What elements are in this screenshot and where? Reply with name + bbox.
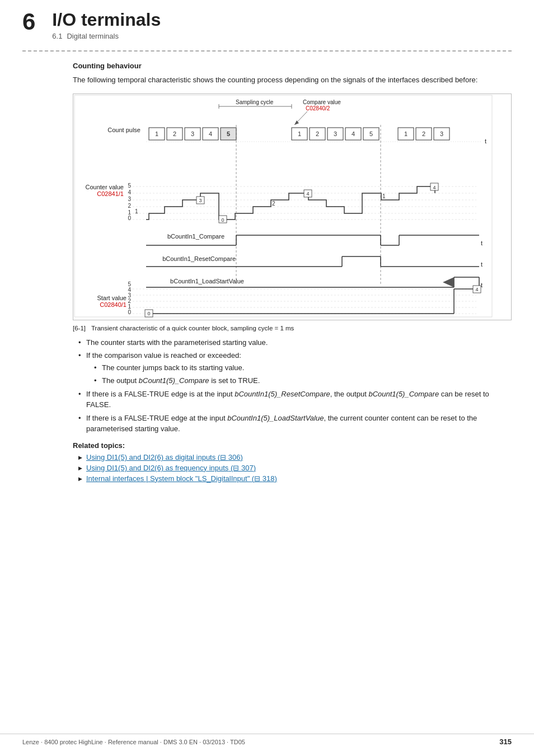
svg-text:2: 2: [316, 130, 319, 137]
svg-text:5: 5: [128, 281, 131, 287]
chapter-title: I/O terminals: [52, 10, 161, 30]
svg-text:4: 4: [352, 130, 355, 137]
svg-text:1: 1: [155, 130, 158, 137]
svg-text:3: 3: [191, 130, 194, 137]
timing-diagram: Count pulse Counter value C02841/1 bCoun…: [73, 94, 493, 318]
svg-text:2: 2: [422, 130, 425, 137]
svg-text:t: t: [481, 261, 483, 268]
svg-text:4: 4: [128, 189, 131, 195]
related-item-2[interactable]: Using DI1(5) and DI2(6) as frequency inp…: [78, 464, 512, 472]
related-link-2[interactable]: Using DI1(5) and DI2(6) as frequency inp…: [86, 464, 256, 472]
footer-text: Lenze · 8400 protec HighLine · Reference…: [22, 739, 245, 745]
sub-bullet-item-2: The output bCount1(5)_Compare is set to …: [94, 375, 512, 386]
svg-text:1: 1: [404, 130, 407, 137]
page-ref-3: (⊟ 318): [252, 474, 277, 483]
diagram-caption: [6-1] Transient characteristic of a quic…: [73, 325, 512, 332]
svg-text:5: 5: [227, 130, 230, 137]
svg-text:5: 5: [128, 183, 131, 189]
svg-text:Sampling cycle: Sampling cycle: [236, 99, 274, 105]
page-ref-1: (⊟ 306): [218, 453, 243, 461]
svg-text:bCountIn1_Compare: bCountIn1_Compare: [167, 233, 224, 240]
bullet-item-1: The counter starts with the parameterise…: [78, 337, 512, 348]
bullet-item-3: If there is a FALSE-TRUE edge is at the …: [78, 389, 512, 410]
svg-text:2: 2: [128, 203, 131, 209]
svg-text:0: 0: [128, 309, 131, 315]
page-ref-2: (⊟ 307): [231, 464, 256, 472]
svg-text:4: 4: [209, 130, 212, 137]
related-list: Using DI1(5) and DI2(6) as digital input…: [78, 453, 512, 483]
svg-text:4: 4: [128, 287, 131, 293]
svg-text:C02841/1: C02841/1: [97, 190, 124, 197]
caption-ref: [6-1]: [73, 325, 86, 332]
svg-text:1: 1: [382, 193, 386, 199]
svg-text:Count pulse: Count pulse: [107, 127, 140, 133]
svg-text:5: 5: [369, 130, 373, 137]
svg-text:bCountIn1_LoadStartValue: bCountIn1_LoadStartValue: [170, 278, 244, 284]
svg-text:t: t: [481, 240, 483, 246]
section-number: 6.1: [52, 32, 62, 40]
svg-text:1: 1: [135, 208, 138, 214]
svg-text:Start value: Start value: [97, 295, 127, 301]
svg-text:bCountIn1_ResetCompare: bCountIn1_ResetCompare: [162, 255, 236, 262]
diagram-container: Count pulse Counter value C02841/1 bCoun…: [73, 94, 512, 320]
page-container: 6 I/O terminals 6.1Digital terminals Cou…: [0, 0, 534, 756]
svg-text:0: 0: [147, 311, 150, 316]
bullet-item-4: If there is a FALSE-TRUE edge at the inp…: [78, 413, 512, 435]
svg-text:0: 0: [221, 217, 224, 223]
related-link-1[interactable]: Using DI1(5) and DI2(6) as digital input…: [86, 453, 243, 461]
svg-text:1: 1: [128, 304, 131, 310]
related-item-1[interactable]: Using DI1(5) and DI2(6) as digital input…: [78, 453, 512, 461]
related-item-3[interactable]: Internal interfaces | System block "LS_D…: [78, 474, 512, 483]
bullet-list: The counter starts with the parameterise…: [78, 337, 512, 435]
related-link-3[interactable]: Internal interfaces | System block "LS_D…: [86, 474, 277, 483]
sub-bullet-item-1: The counter jumps back to its starting v…: [94, 362, 512, 374]
chapter-number: 6: [22, 10, 35, 34]
svg-text:1: 1: [128, 209, 131, 216]
sub-bullet-list: The counter jumps back to its starting v…: [94, 362, 512, 386]
related-title: Related topics:: [73, 441, 512, 450]
header: 6 I/O terminals 6.1Digital terminals: [0, 0, 534, 40]
svg-text:4: 4: [475, 287, 478, 292]
svg-text:3: 3: [128, 292, 131, 298]
svg-text:3: 3: [334, 130, 337, 137]
footer-page: 315: [499, 738, 512, 746]
svg-text:C02840/2: C02840/2: [306, 105, 330, 111]
section-title: Digital terminals: [67, 32, 118, 40]
svg-text:Compare value: Compare value: [303, 99, 341, 105]
svg-text:0: 0: [128, 215, 131, 221]
chapter-subtitle: 6.1Digital terminals: [52, 32, 161, 40]
svg-text:3: 3: [128, 196, 131, 202]
svg-text:t: t: [481, 282, 483, 288]
svg-text:4: 4: [306, 191, 309, 197]
content: Counting behaviour The following tempora…: [0, 52, 534, 483]
caption-text: Transient characteristic of a quick coun…: [91, 325, 294, 332]
svg-text:Counter value: Counter value: [86, 184, 124, 190]
bullet-item-2: If the comparison value is reached or ex…: [78, 350, 512, 386]
chapter-titles: I/O terminals 6.1Digital terminals: [52, 10, 161, 40]
svg-text:2: 2: [128, 298, 131, 304]
svg-text:2: 2: [272, 200, 275, 207]
intro-text: The following temporal characteristic sh…: [73, 74, 512, 86]
svg-text:2: 2: [173, 130, 176, 137]
svg-text:C02840/1: C02840/1: [100, 301, 127, 308]
svg-text:t: t: [485, 138, 486, 144]
svg-text:4: 4: [433, 185, 435, 190]
footer: Lenze · 8400 protec HighLine · Reference…: [0, 734, 534, 746]
counting-title: Counting behaviour: [73, 62, 512, 70]
svg-text:3: 3: [440, 130, 443, 137]
svg-text:3: 3: [199, 198, 202, 203]
svg-text:1: 1: [298, 130, 301, 137]
